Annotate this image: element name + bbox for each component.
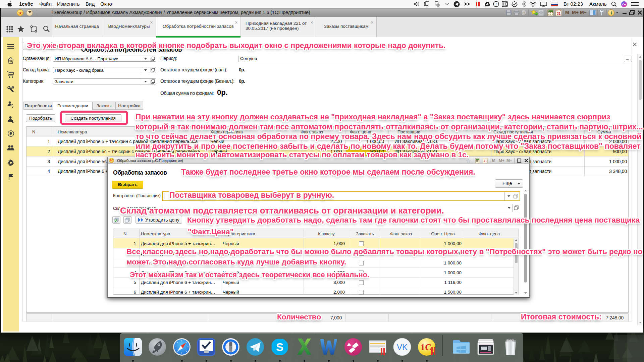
svg-text:31: 31 [484,160,487,163]
svg-text:₽: ₽ [10,131,12,136]
svg-text:S: S [276,341,284,353]
svg-text:VK: VK [397,343,408,352]
svg-text:!: ! [495,2,497,6]
svg-text:31: 31 [557,12,561,15]
svg-text:1С: 1С [420,342,432,352]
